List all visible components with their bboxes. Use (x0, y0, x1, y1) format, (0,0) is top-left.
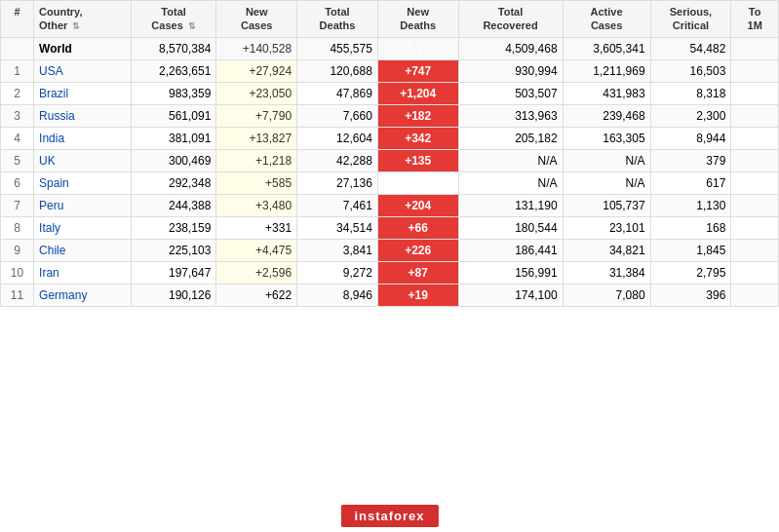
row-tot1m (731, 261, 779, 284)
row-serious: 1,845 (650, 239, 731, 261)
row-tot1m (731, 149, 779, 171)
row-active-cases: 31,384 (563, 261, 650, 284)
table-row: 4 India 381,091 +13,827 12,604 +342 205,… (1, 127, 779, 149)
row-new-deaths: +19 (377, 284, 458, 306)
row-total-cases: 225,103 (131, 239, 216, 261)
row-tot1m (731, 82, 779, 104)
row-new-deaths (377, 171, 458, 194)
row-tot1m (731, 59, 779, 82)
world-tot1m (731, 37, 779, 59)
row-country[interactable]: UK (34, 149, 132, 171)
row-total-cases: 190,126 (131, 284, 216, 306)
sort-icon-cases[interactable]: ⇅ (188, 21, 196, 33)
row-active-cases: 105,737 (563, 194, 650, 216)
row-new-cases: +4,475 (216, 239, 297, 261)
header-total-recovered: Total Recovered (458, 1, 563, 38)
row-serious: 379 (650, 149, 731, 171)
world-rank (1, 37, 34, 59)
row-serious: 8,318 (650, 82, 731, 104)
row-total-deaths: 9,272 (297, 261, 378, 284)
row-rank: 4 (1, 127, 34, 149)
table-row: 10 Iran 197,647 +2,596 9,272 +87 156,991… (1, 261, 779, 284)
world-total-recovered: 4,509,468 (458, 37, 563, 59)
row-serious: 617 (650, 171, 731, 194)
row-new-cases: +27,924 (216, 59, 297, 82)
row-country[interactable]: Germany (34, 284, 132, 306)
row-total-cases: 561,091 (131, 104, 216, 127)
row-tot1m (731, 284, 779, 306)
row-new-cases: +331 (216, 216, 297, 239)
row-active-cases: 7,080 (563, 284, 650, 306)
row-total-deaths: 34,514 (297, 216, 378, 239)
header-total-cases[interactable]: Total Cases ⇅ (131, 1, 216, 38)
row-total-cases: 197,647 (131, 261, 216, 284)
table-row: 2 Brazil 983,359 +23,050 47,869 +1,204 5… (1, 82, 779, 104)
row-total-recovered: 156,991 (458, 261, 563, 284)
row-country[interactable]: Chile (34, 239, 132, 261)
row-serious: 1,130 (650, 194, 731, 216)
row-total-deaths: 7,660 (297, 104, 378, 127)
header-new-deaths: New Deaths (377, 1, 458, 38)
row-total-recovered: 930,994 (458, 59, 563, 82)
header-total-deaths: Total Deaths (297, 1, 378, 38)
row-total-deaths: 8,946 (297, 284, 378, 306)
row-serious: 2,795 (650, 261, 731, 284)
row-country[interactable]: Spain (34, 171, 132, 194)
row-rank: 9 (1, 239, 34, 261)
row-total-deaths: 7,461 (297, 194, 378, 216)
header-new-cases: New Cases (216, 1, 297, 38)
row-rank: 3 (1, 104, 34, 127)
row-active-cases: 23,101 (563, 216, 650, 239)
row-new-cases: +622 (216, 284, 297, 306)
row-total-deaths: 3,841 (297, 239, 378, 261)
table-row: 8 Italy 238,159 +331 34,514 +66 180,544 … (1, 216, 779, 239)
header-active-cases: Active Cases (563, 1, 650, 38)
row-rank: 11 (1, 284, 34, 306)
row-total-cases: 244,388 (131, 194, 216, 216)
row-new-cases: +3,480 (216, 194, 297, 216)
row-active-cases: 34,821 (563, 239, 650, 261)
row-total-recovered: 503,507 (458, 82, 563, 104)
header-tot1m: To 1M (731, 1, 779, 38)
row-new-cases: +585 (216, 171, 297, 194)
row-serious: 168 (650, 216, 731, 239)
row-country[interactable]: Russia (34, 104, 132, 127)
row-active-cases: N/A (563, 171, 650, 194)
sort-icon[interactable]: ⇅ (72, 21, 80, 33)
row-new-cases: +13,827 (216, 127, 297, 149)
row-active-cases: 1,211,969 (563, 59, 650, 82)
row-rank: 10 (1, 261, 34, 284)
row-rank: 8 (1, 216, 34, 239)
row-country[interactable]: Peru (34, 194, 132, 216)
row-country[interactable]: Italy (34, 216, 132, 239)
row-total-recovered: N/A (458, 149, 563, 171)
header-rank: # (1, 1, 34, 38)
row-new-deaths: +1,204 (377, 82, 458, 104)
row-total-cases: 238,159 (131, 216, 216, 239)
row-total-deaths: 27,136 (297, 171, 378, 194)
table-row: 1 USA 2,263,651 +27,924 120,688 +747 930… (1, 59, 779, 82)
world-active-cases: 3,605,341 (563, 37, 650, 59)
row-rank: 5 (1, 149, 34, 171)
row-country[interactable]: USA (34, 59, 132, 82)
row-new-deaths: +342 (377, 127, 458, 149)
row-serious: 396 (650, 284, 731, 306)
row-total-recovered: 313,963 (458, 104, 563, 127)
row-new-deaths: +135 (377, 149, 458, 171)
table-row: 7 Peru 244,388 +3,480 7,461 +204 131,190… (1, 194, 779, 216)
header-serious: Serious, Critical (650, 1, 731, 38)
row-new-deaths: +66 (377, 216, 458, 239)
row-total-recovered: 180,544 (458, 216, 563, 239)
world-new-cases: +140,528 (216, 37, 297, 59)
row-serious: 16,503 (650, 59, 731, 82)
row-tot1m (731, 216, 779, 239)
world-row: World 8,570,384 +140,528 455,575 +5,123 … (1, 37, 779, 59)
row-country[interactable]: Iran (34, 261, 132, 284)
row-country[interactable]: Brazil (34, 82, 132, 104)
row-active-cases: 239,468 (563, 104, 650, 127)
row-total-recovered: 174,100 (458, 284, 563, 306)
table-row: 5 UK 300,469 +1,218 42,288 +135 N/A N/A … (1, 149, 779, 171)
row-country[interactable]: India (34, 127, 132, 149)
row-new-cases: +1,218 (216, 149, 297, 171)
header-country[interactable]: Country, Other ⇅ (34, 1, 132, 38)
